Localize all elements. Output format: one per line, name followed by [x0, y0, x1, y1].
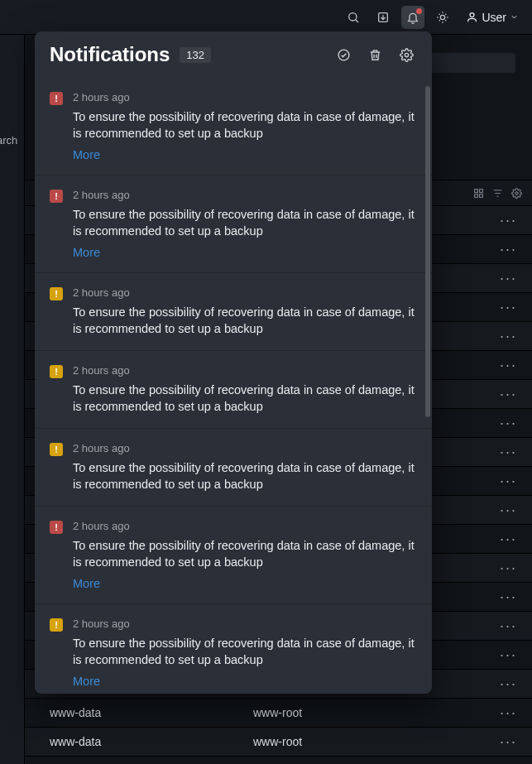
row-actions-icon[interactable]: ···: [500, 733, 517, 751]
row-actions-icon[interactable]: ···: [500, 502, 517, 519]
notification-body: 2 hours agoTo ensure the possibility of …: [73, 520, 417, 590]
mark-all-read-icon[interactable]: [333, 44, 354, 65]
alert-icon: !: [50, 521, 63, 534]
topbar: User: [0, 0, 532, 35]
svg-point-10: [338, 50, 349, 60]
row-actions-icon[interactable]: ···: [500, 560, 517, 577]
svg-point-0: [349, 12, 357, 20]
notification-body: 2 hours agoTo ensure the possibility of …: [73, 286, 417, 337]
user-icon: [466, 11, 478, 23]
row-actions-icon[interactable]: ···: [500, 241, 517, 258]
notification-text: To ensure the possibility of recovering …: [73, 459, 417, 493]
svg-rect-8: [480, 194, 483, 197]
filter-icon[interactable]: [492, 188, 503, 199]
table-row[interactable]: www-datawww-root···: [25, 699, 532, 728]
row-actions-icon[interactable]: ···: [500, 675, 517, 693]
row-actions-icon[interactable]: ···: [500, 386, 517, 403]
notification-item[interactable]: !2 hours agoTo ensure the possibility of…: [35, 507, 432, 604]
notification-more-link[interactable]: More: [73, 675, 417, 688]
alert-icon: !: [50, 190, 63, 203]
svg-point-11: [405, 53, 408, 56]
notifications-title: Notifications: [50, 43, 170, 66]
notification-time: 2 hours ago: [73, 442, 417, 454]
user-menu[interactable]: User: [461, 7, 524, 27]
cell-user: www-data: [50, 706, 253, 719]
notification-text: To ensure the possibility of recovering …: [73, 108, 417, 142]
notification-body: 2 hours agoTo ensure the possibility of …: [73, 617, 417, 688]
row-actions-icon[interactable]: ···: [500, 646, 517, 664]
notifications-list[interactable]: !2 hours agoTo ensure the possibility of…: [35, 78, 432, 694]
warning-icon: !: [50, 287, 63, 300]
row-actions-icon[interactable]: ···: [500, 415, 517, 432]
notification-text: To ensure the possibility of recovering …: [73, 206, 417, 239]
notification-more-link[interactable]: More: [73, 577, 417, 590]
notifications-header: Notifications 132: [35, 31, 432, 78]
row-actions-icon[interactable]: ···: [500, 531, 517, 548]
svg-point-3: [441, 15, 445, 19]
row-actions-icon[interactable]: ···: [500, 299, 517, 316]
notification-text: To ensure the possibility of recovering …: [73, 382, 417, 415]
row-actions-icon[interactable]: ···: [500, 473, 517, 490]
grid-view-icon[interactable]: [473, 188, 484, 199]
notification-more-link[interactable]: More: [73, 246, 417, 259]
notification-item[interactable]: !2 hours agoTo ensure the possibility of…: [35, 604, 432, 694]
notification-time: 2 hours ago: [73, 617, 417, 630]
notification-item[interactable]: !2 hours agoTo ensure the possibility of…: [35, 273, 432, 351]
notification-item[interactable]: !2 hours agoTo ensure the possibility of…: [35, 78, 432, 175]
svg-rect-5: [475, 189, 478, 192]
row-actions-icon[interactable]: ···: [500, 444, 517, 461]
notifications-icon[interactable]: [401, 6, 424, 29]
svg-rect-6: [480, 189, 483, 192]
svg-line-1: [356, 20, 358, 22]
alert-icon: !: [50, 92, 63, 105]
user-label: User: [482, 11, 506, 24]
notification-time: 2 hours ago: [73, 91, 417, 103]
notification-time: 2 hours ago: [73, 286, 417, 299]
notification-body: 2 hours agoTo ensure the possibility of …: [73, 189, 417, 259]
notifications-settings-icon[interactable]: [395, 44, 417, 65]
warning-icon: !: [50, 618, 63, 632]
notification-text: To ensure the possibility of recovering …: [73, 635, 417, 668]
notification-badge-dot: [416, 8, 422, 14]
notification-body: 2 hours agoTo ensure the possibility of …: [73, 364, 417, 415]
notification-time: 2 hours ago: [73, 189, 417, 201]
notification-body: 2 hours agoTo ensure the possibility of …: [73, 442, 417, 493]
row-actions-icon[interactable]: ···: [500, 212, 517, 229]
notification-text: To ensure the possibility of recovering …: [73, 304, 417, 337]
theme-toggle-icon[interactable]: [431, 6, 454, 29]
settings-icon[interactable]: [511, 188, 522, 199]
row-actions-icon[interactable]: ···: [500, 617, 517, 635]
row-actions-icon[interactable]: ···: [500, 328, 517, 345]
sidebar-tab-label[interactable]: arch: [0, 134, 17, 147]
table-row[interactable]: www-datawww-root···: [25, 728, 532, 757]
cell-user: www-data: [50, 735, 253, 748]
notification-body: 2 hours agoTo ensure the possibility of …: [73, 91, 417, 161]
notification-item[interactable]: !2 hours agoTo ensure the possibility of…: [35, 351, 432, 429]
search-icon[interactable]: [342, 6, 365, 29]
notification-item[interactable]: !2 hours agoTo ensure the possibility of…: [35, 429, 432, 507]
sidebar: arch: [0, 35, 25, 764]
chevron-down-icon: [510, 12, 519, 22]
notification-time: 2 hours ago: [73, 520, 417, 532]
svg-point-9: [515, 191, 518, 194]
warning-icon: !: [50, 365, 63, 378]
row-actions-icon[interactable]: ···: [500, 589, 517, 606]
notification-more-link[interactable]: More: [73, 148, 417, 161]
svg-rect-7: [475, 194, 478, 197]
warning-icon: !: [50, 443, 63, 456]
notification-time: 2 hours ago: [73, 364, 417, 377]
notification-text: To ensure the possibility of recovering …: [73, 537, 417, 570]
delete-all-icon[interactable]: [364, 44, 386, 65]
notification-item[interactable]: !2 hours agoTo ensure the possibility of…: [35, 175, 432, 273]
cell-group: www-root: [253, 706, 500, 719]
row-actions-icon[interactable]: ···: [500, 270, 517, 287]
cell-group: www-root: [253, 735, 500, 748]
row-actions-icon[interactable]: ···: [500, 704, 517, 722]
notifications-count: 132: [180, 47, 211, 63]
import-icon[interactable]: [371, 6, 395, 29]
notifications-panel: Notifications 132 !2 hours agoTo ensure …: [35, 31, 432, 694]
row-actions-icon[interactable]: ···: [500, 357, 517, 374]
scrollbar-thumb[interactable]: [425, 86, 430, 417]
svg-point-4: [470, 13, 474, 17]
